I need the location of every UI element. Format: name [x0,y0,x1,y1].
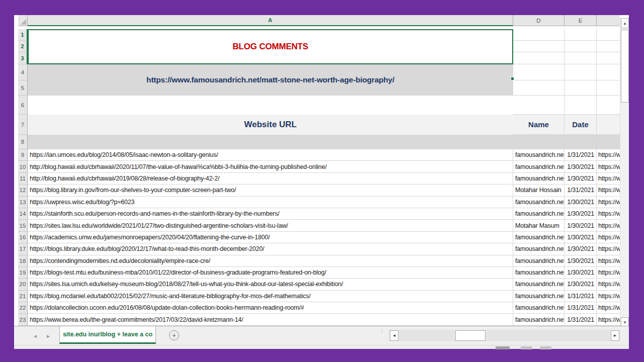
column-header-e[interactable]: E [565,15,597,26]
date-cell[interactable]: 1/31/2021 [565,291,597,302]
select-all-corner[interactable] [18,15,28,26]
extra-url-cell[interactable]: https://w [597,232,620,243]
row-header[interactable]: 10 [18,161,28,172]
scroll-up-icon[interactable]: ▲ [621,18,629,28]
name-cell[interactable]: famousandrich.net [513,161,565,172]
name-cell[interactable]: famousandrich.net [513,314,565,325]
date-cell[interactable]: 1/30/2021 [565,255,597,267]
cell-e3[interactable] [565,52,597,64]
cell-f7[interactable] [597,115,620,135]
horizontal-scrollbar[interactable]: ◄ ► [389,330,620,341]
name-cell[interactable]: famousandrich.net [513,197,565,208]
website-url-cell[interactable]: https://sites.lsa.umich.edu/kelsey-museu… [28,279,513,290]
name-cell[interactable]: famousandrich.net [513,149,565,161]
website-url-cell[interactable]: https://ian.umces.edu/blog/2014/08/05/is… [28,149,513,161]
column-header-d[interactable]: D [513,15,565,26]
row-header[interactable]: 23 [18,314,28,325]
row-header[interactable]: 12 [18,185,28,196]
cell-d6[interactable] [513,96,565,115]
extra-url-cell[interactable]: https://w [597,243,620,255]
website-url-cell[interactable]: https://blog.library.in.gov/from-our-she… [28,185,513,196]
row-header[interactable]: 20 [18,279,28,290]
campaign-url-cell[interactable]: https://www.famousandrich.net/matt-stone… [28,64,513,96]
vertical-scrollbar[interactable]: ▲ ▼ [620,18,629,326]
website-url-cell[interactable]: https://blogs-test.mtu.edu/business-mba/… [28,267,513,279]
website-url-cell[interactable]: https://blog.mcdaniel.edu/tab002/2015/02… [28,291,513,302]
cell-e8[interactable] [565,135,597,149]
name-cell[interactable]: famousandrich.net [513,232,565,243]
cell-d5[interactable] [513,80,565,96]
row-header[interactable]: 21 [18,291,28,302]
date-cell[interactable]: 1/30/2021 [565,173,597,185]
row-header-6[interactable]: 6 [18,96,28,115]
add-sheet-icon[interactable]: + [169,330,179,340]
row-header[interactable]: 14 [18,208,28,220]
date-cell[interactable]: 1/31/2021 [565,314,597,325]
extra-url-cell[interactable]: https://w [597,220,620,231]
website-url-cell[interactable]: https://contendingmodernities.nd.edu/dec… [28,255,513,267]
extra-url-cell[interactable]: https://w [597,149,620,161]
cell-e6[interactable] [565,96,597,115]
extra-url-cell[interactable]: https://w [597,291,620,302]
website-url-cell[interactable]: https://uwpress.wisc.edu/blog/?p=6023 [28,197,513,208]
row-header-5[interactable]: 5 [18,80,28,96]
row-header[interactable]: 16 [18,232,28,243]
row-header[interactable]: 22 [18,302,28,314]
name-cell[interactable]: famousandrich.net [513,302,565,314]
row-header-2[interactable]: 2 [18,41,28,52]
extra-url-cell[interactable]: https://w [597,279,620,290]
row-header[interactable]: 13 [18,197,28,208]
empty-row-8-cell[interactable] [28,135,513,149]
cell-f8[interactable] [597,135,620,149]
date-cell[interactable]: 1/30/2021 [565,220,597,231]
selection-fill-handle[interactable] [511,77,514,80]
scroll-right-icon[interactable]: ► [611,330,619,341]
tab-scroll-left-icon[interactable]: ◄ [31,332,39,340]
scroll-left-icon[interactable]: ◄ [390,330,398,341]
extra-url-cell[interactable]: https://w [597,208,620,220]
cell-e4[interactable] [565,64,597,80]
date-cell[interactable]: 1/30/2021 [565,161,597,172]
cell-d3[interactable] [513,52,565,64]
vertical-scroll-thumb[interactable] [621,30,629,103]
website-url-cell[interactable]: https://stainforth.scu.edu/person-record… [28,208,513,220]
row-header-1[interactable]: 1 [18,29,28,41]
cell-f5[interactable] [597,80,620,96]
date-cell[interactable]: 1/31/2021 [565,185,597,196]
row-header[interactable]: 17 [18,243,28,255]
name-cell[interactable]: famousandrich.net [513,173,565,185]
website-url-cell[interactable]: https://academics.umw.edu/jamesmonroepap… [28,232,513,243]
horizontal-scroll-thumb[interactable] [455,330,486,341]
row-header-4[interactable]: 4 [18,64,28,80]
cell-f4[interactable] [597,64,620,80]
website-url-header-cell[interactable]: Website URL [28,115,513,135]
cell-f2[interactable] [597,41,620,52]
cell-e1[interactable] [565,29,597,41]
date-cell[interactable]: 1/31/2021 [565,149,597,161]
cell-f3[interactable] [597,52,620,64]
date-cell[interactable]: 1/30/2021 [565,208,597,220]
row-header-3[interactable]: 3 [18,52,28,64]
tab-scroll-right-icon[interactable]: ► [44,332,52,340]
cell-f1[interactable] [597,29,620,41]
cell-d8[interactable] [513,135,565,149]
extra-url-cell[interactable]: https://w [597,267,620,279]
name-cell[interactable]: famousandrich.net [513,279,565,290]
scrollbar-splitter-handle[interactable]: ⁞ [380,330,384,341]
sheet-tab-active[interactable]: site.edu inurlblog + leave a co [59,326,156,344]
date-cell[interactable]: 1/30/2021 [565,279,597,290]
cell-e2[interactable] [565,41,597,52]
website-url-cell[interactable]: https://www.berea.edu/the-great-commitme… [28,314,513,325]
website-url-cell[interactable]: http://blog.hawaii.edu/cbrhawaii/2019/08… [28,173,513,185]
extra-url-cell[interactable]: https://w [597,173,620,185]
date-cell[interactable]: 1/31/2021 [565,302,597,314]
date-cell[interactable]: 1/30/2021 [565,267,597,279]
row-header[interactable]: 18 [18,255,28,267]
name-cell[interactable]: famousandrich.net [513,291,565,302]
date-header-cell[interactable]: Date [565,115,597,135]
name-cell[interactable]: Motahar Hossain [513,185,565,196]
website-url-cell[interactable]: https://blogs.library.duke.edu/blog/2020… [28,243,513,255]
column-header-a[interactable]: A [28,15,513,26]
name-cell[interactable]: famousandrich.net [513,208,565,220]
column-header-partial[interactable] [597,15,620,26]
